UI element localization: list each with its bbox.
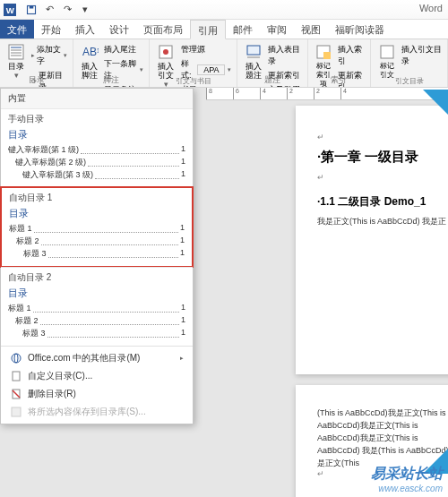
insert-index-button[interactable]: 插入索引 <box>336 43 366 68</box>
tab-home[interactable]: 开始 <box>34 20 68 39</box>
doc-heading-1: ·第一章 一级目录 <box>317 149 448 166</box>
insert-table-figures-button[interactable]: 插入表目录 <box>266 43 303 68</box>
ribbon: 目录▾ ▸添加文字▾ ⟳更新目录 目录 AB¹ 插入脚注 插入尾注 下一条脚注▾… <box>0 39 448 88</box>
group-citation: 插入引文▾ 管理源 样式:APA▾ 书目▾ 引文与书目 <box>150 39 238 87</box>
add-text-button[interactable]: ▸添加文字▾ <box>29 43 70 68</box>
qat-dropdown-icon[interactable]: ▾ <box>77 2 93 18</box>
redo-icon[interactable]: ↷ <box>59 2 75 18</box>
app-title: Word <box>419 3 443 13</box>
doc-heading-2: ·1.1 二级目录 Demo_1 <box>317 194 448 210</box>
toc-menu-custom[interactable]: 自定义目录(C)... <box>1 367 193 385</box>
toc-menu-save-selection: 将所选内容保存到目录库(S)... <box>1 403 193 421</box>
toc-option-manual[interactable]: 手动目录 目录 键入章标题(第 1 级)1 键入章标题(第 2 级)1 键入章标… <box>1 108 193 187</box>
document-page-1[interactable]: ↵ ·第一章 一级目录 ↵ ·1.1 二级目录 Demo_1 我是正文(This… <box>296 106 448 374</box>
svg-point-11 <box>163 49 168 55</box>
svg-rect-16 <box>381 46 393 58</box>
toc-option-auto-1[interactable]: 自动目录 1 目录 标题 11 标题 21 标题 31 <box>0 186 194 268</box>
tab-mail[interactable]: 邮件 <box>226 20 260 39</box>
doc-body-text: 我是正文(This is AaBbCcDd) 我是正 <box>317 215 448 227</box>
manage-sources-button[interactable]: 管理源 <box>179 43 234 56</box>
svg-point-18 <box>14 354 18 363</box>
tab-design[interactable]: 设计 <box>102 20 136 39</box>
paragraph-mark-icon: ↵ <box>317 133 448 141</box>
group-footnote: AB¹ 插入脚注 插入尾注 下一条脚注▾ 显示备注 脚注 <box>73 39 149 87</box>
svg-rect-19 <box>13 372 20 381</box>
group-caption: 插入题注 插入表目录 更新索引 交叉引用 题注 <box>237 39 307 87</box>
svg-text:AB¹: AB¹ <box>82 46 99 58</box>
quick-access-toolbar: ↶ ↷ ▾ <box>23 2 93 18</box>
toc-menu: Office.com 中的其他目录(M)▸ 自定义目录(C)... 删除目录(R… <box>1 346 193 424</box>
toc-menu-remove[interactable]: 删除目录(R) <box>1 385 193 403</box>
toc-menu-office[interactable]: Office.com 中的其他目录(M)▸ <box>1 349 193 367</box>
undo-icon[interactable]: ↶ <box>41 2 57 18</box>
document-area: 8 6 4 2 2 4 ↵ ·第一章 一级目录 ↵ ·1.1 二级目录 Demo… <box>0 88 448 497</box>
insert-authorities-button[interactable]: 插入引文目录 <box>400 43 444 68</box>
word-app-icon: W <box>4 4 16 16</box>
svg-rect-3 <box>30 5 34 8</box>
insert-endnote-button[interactable]: 插入尾注 <box>102 43 144 56</box>
svg-text:W: W <box>6 4 15 14</box>
decorative-corner-icon <box>423 90 448 115</box>
tab-layout[interactable]: 页面布局 <box>136 20 190 39</box>
globe-icon <box>10 352 22 364</box>
group-index: 标记索引项 插入索引 更新索引 索引 <box>308 39 371 87</box>
svg-rect-4 <box>9 45 23 59</box>
tab-file[interactable]: 文件 <box>0 20 34 39</box>
group-authority: 标记引文 插入引文目录 引文目录 <box>371 39 448 87</box>
document-icon <box>10 370 22 382</box>
watermark: 易采站长站 www.easck.com <box>371 465 443 493</box>
toc-option-auto-2[interactable]: 自动目录 2 目录 标题 11 标题 21 标题 31 <box>1 267 193 346</box>
svg-rect-22 <box>12 407 21 416</box>
remove-icon <box>10 388 22 400</box>
tab-review[interactable]: 审阅 <box>260 20 294 39</box>
toc-gallery-dropdown: 内置 手动目录 目录 键入章标题(第 1 级)1 键入章标题(第 2 级)1 键… <box>0 88 194 424</box>
tab-foxit[interactable]: 福昕阅读器 <box>328 20 392 39</box>
ribbon-tabs: 文件 开始 插入 设计 页面布局 引用 邮件 审阅 视图 福昕阅读器 <box>0 20 448 39</box>
toc-section-builtin: 内置 <box>1 89 193 108</box>
svg-rect-12 <box>247 46 260 55</box>
save-icon[interactable] <box>23 2 39 18</box>
tab-insert[interactable]: 插入 <box>68 20 102 39</box>
titlebar: W ↶ ↷ ▾ Word <box>0 0 448 20</box>
tab-references[interactable]: 引用 <box>190 20 226 39</box>
group-toc: 目录▾ ▸添加文字▾ ⟳更新目录 目录 <box>0 39 73 87</box>
svg-rect-15 <box>323 52 331 59</box>
ruler: 8 6 4 2 2 4 <box>206 88 448 100</box>
tab-view[interactable]: 视图 <box>294 20 328 39</box>
svg-point-17 <box>12 354 21 363</box>
save-gallery-icon <box>10 406 22 418</box>
